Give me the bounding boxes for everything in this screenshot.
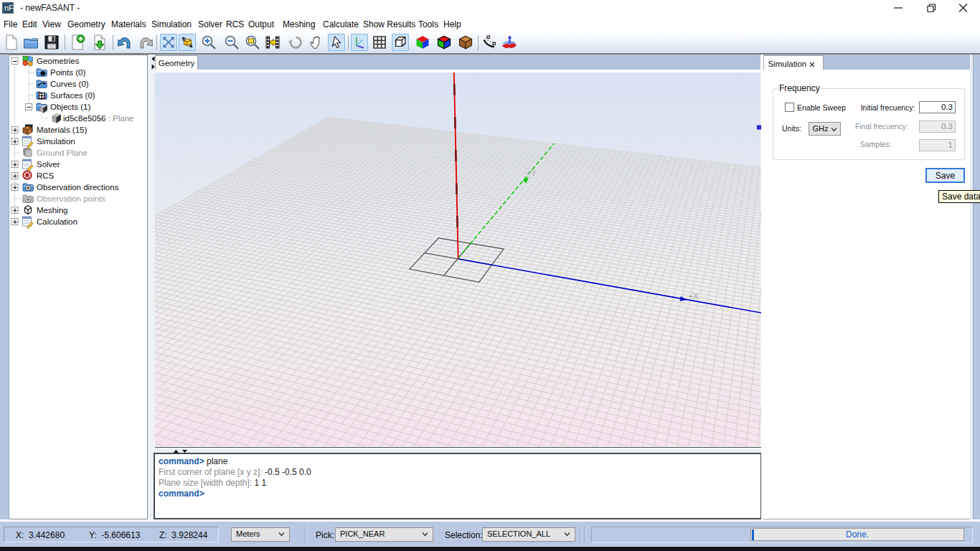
svg-text:nF: nF [4, 4, 14, 12]
svg-text:Objects (1): Objects (1) [50, 103, 90, 111]
svg-text:Surfaces (0): Surfaces (0) [50, 91, 95, 100]
svg-text:Calculation: Calculation [37, 217, 77, 226]
svg-text:Observation directions: Observation directions [37, 183, 119, 192]
svg-text:id5c8e5056 : Plane: id5c8e5056 : Plane [63, 114, 133, 123]
svg-text:Solver: Solver [37, 160, 60, 169]
svg-text:RCS: RCS [37, 171, 55, 180]
svg-text:Points (0): Points (0) [50, 68, 85, 77]
svg-text:Meshing: Meshing [37, 206, 67, 215]
svg-text:+X: +X [689, 292, 699, 301]
svg-text:+Y: +Y [527, 169, 537, 177]
svg-text:Simulation: Simulation [37, 137, 75, 146]
svg-text:Geometries: Geometries [37, 57, 80, 65]
svg-text:Materials (15): Materials (15) [37, 126, 87, 134]
svg-text:Curves (0): Curves (0) [50, 80, 89, 88]
svg-text:Observation points: Observation points [37, 194, 105, 203]
svg-text:Ground Plane: Ground Plane [37, 149, 88, 157]
